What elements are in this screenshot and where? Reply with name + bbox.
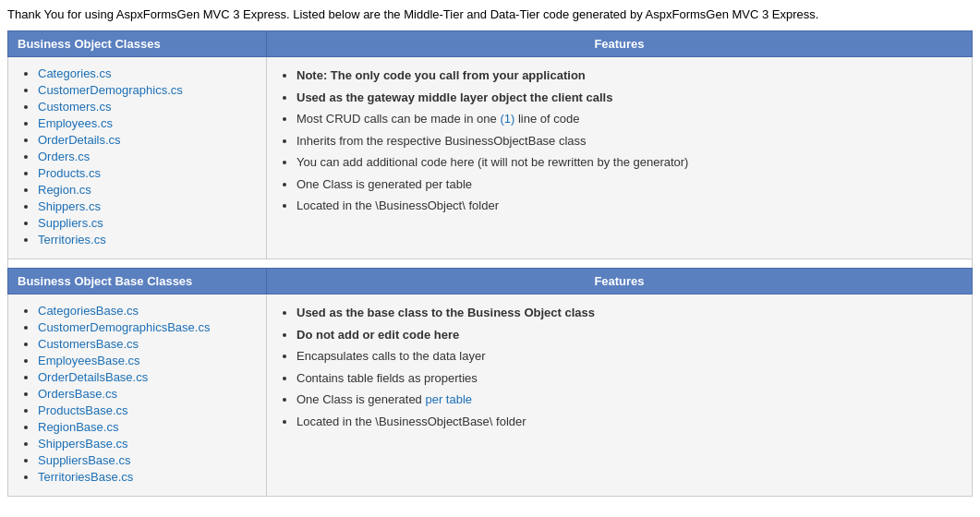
section2-header-row: Business Object Base Classes Features (8, 269, 973, 295)
list-item: TerritoriesBase.cs (38, 470, 255, 484)
section2-links-list: CategoriesBase.csCustomerDemographicsBas… (19, 304, 255, 484)
section-spacer (8, 259, 973, 269)
list-item: Do not add or edit code here (296, 326, 961, 344)
list-item: EmployeesBase.cs (38, 354, 255, 367)
list-item: Used as the gateway middle layer object … (296, 89, 961, 107)
list-item: OrdersBase.cs (38, 387, 255, 401)
section2-link[interactable]: ProductsBase.cs (38, 403, 128, 417)
section1-features-col: Note: The only code you call from your a… (267, 57, 973, 259)
section1-left-header: Business Object Classes (8, 31, 267, 57)
section2-link[interactable]: SuppliersBase.cs (38, 453, 130, 467)
section2-right-header: Features (267, 269, 973, 295)
section1-features-list: Note: The only code you call from your a… (278, 66, 961, 215)
list-item: One Class is generated per table (296, 175, 961, 194)
section2-link[interactable]: OrdersBase.cs (38, 387, 117, 401)
list-item: Customers.cs (38, 100, 255, 114)
section2-features-list: Used as the base class to the Business O… (278, 304, 961, 430)
list-item: OrderDetails.cs (38, 133, 255, 147)
list-item: CustomersBase.cs (38, 337, 255, 351)
section1-links-list: Categories.csCustomerDemographics.csCust… (19, 66, 255, 246)
section2-link[interactable]: CustomersBase.cs (38, 337, 139, 351)
list-item: ShippersBase.cs (38, 437, 255, 451)
list-item: One Class is generated per table (296, 391, 961, 409)
list-item: Territories.cs (38, 233, 255, 246)
list-item: Used as the base class to the Business O… (296, 304, 961, 322)
intro-text: Thank You for using AspxFormsGen MVC 3 E… (7, 7, 973, 21)
list-item: Shippers.cs (38, 199, 255, 213)
list-item: ProductsBase.cs (38, 403, 255, 417)
list-item: CategoriesBase.cs (38, 304, 255, 318)
section2-link[interactable]: OrderDetailsBase.cs (38, 370, 148, 384)
list-item: CustomerDemographics.cs (38, 83, 255, 97)
list-item: Located in the \BusinessObjectBase\ fold… (296, 413, 961, 431)
section1-link[interactable]: Products.cs (38, 166, 101, 180)
section1-link[interactable]: Region.cs (38, 183, 91, 197)
list-item: OrderDetailsBase.cs (38, 370, 255, 384)
section1-link[interactable]: Shippers.cs (38, 199, 101, 213)
section1-link[interactable]: Territories.cs (38, 233, 106, 246)
section1-header-row: Business Object Classes Features (8, 31, 973, 57)
list-item: Region.cs (38, 183, 255, 197)
main-table: Business Object Classes Features Categor… (7, 30, 973, 497)
section2-link[interactable]: ShippersBase.cs (38, 437, 128, 451)
list-item: SuppliersBase.cs (38, 453, 255, 467)
section1-link[interactable]: Employees.cs (38, 116, 113, 130)
section1-link[interactable]: Orders.cs (38, 150, 90, 163)
list-item: Note: The only code you call from your a… (296, 66, 961, 85)
section2-link[interactable]: CustomerDemographicsBase.cs (38, 320, 210, 334)
section1-right-header: Features (267, 31, 973, 57)
section1-link[interactable]: Customers.cs (38, 100, 111, 114)
section2-links-col: CategoriesBase.csCustomerDemographicsBas… (8, 295, 267, 497)
section1-link[interactable]: OrderDetails.cs (38, 133, 121, 147)
list-item: Located in the \BusinessObject\ folder (296, 197, 961, 215)
list-item: Contains table fields as properties (296, 369, 961, 388)
list-item: Products.cs (38, 166, 255, 180)
section1-content-row: Categories.csCustomerDemographics.csCust… (8, 57, 973, 259)
section2-link[interactable]: RegionBase.cs (38, 420, 118, 434)
list-item: Encapsulates calls to the data layer (296, 347, 961, 366)
section2-link[interactable]: CategoriesBase.cs (38, 304, 139, 318)
list-item: Most CRUD calls can be made in one (1) l… (296, 110, 961, 128)
list-item: You can add additional code here (it wil… (296, 153, 961, 172)
section1-link[interactable]: CustomerDemographics.cs (38, 83, 183, 97)
section2-left-header: Business Object Base Classes (8, 269, 267, 295)
list-item: Inherits from the respective BusinessObj… (296, 132, 961, 150)
section1-link[interactable]: Suppliers.cs (38, 216, 103, 230)
list-item: CustomerDemographicsBase.cs (38, 320, 255, 334)
list-item: Employees.cs (38, 116, 255, 130)
section1-links-col: Categories.csCustomerDemographics.csCust… (8, 57, 267, 259)
list-item: RegionBase.cs (38, 420, 255, 434)
list-item: Orders.cs (38, 150, 255, 163)
list-item: Categories.cs (38, 66, 255, 80)
section2-link[interactable]: EmployeesBase.cs (38, 354, 140, 367)
section1-link[interactable]: Categories.cs (38, 66, 111, 80)
section2-content-row: CategoriesBase.csCustomerDemographicsBas… (8, 295, 973, 497)
section2-features-col: Used as the base class to the Business O… (267, 295, 973, 497)
section2-link[interactable]: TerritoriesBase.cs (38, 470, 133, 484)
list-item: Suppliers.cs (38, 216, 255, 230)
